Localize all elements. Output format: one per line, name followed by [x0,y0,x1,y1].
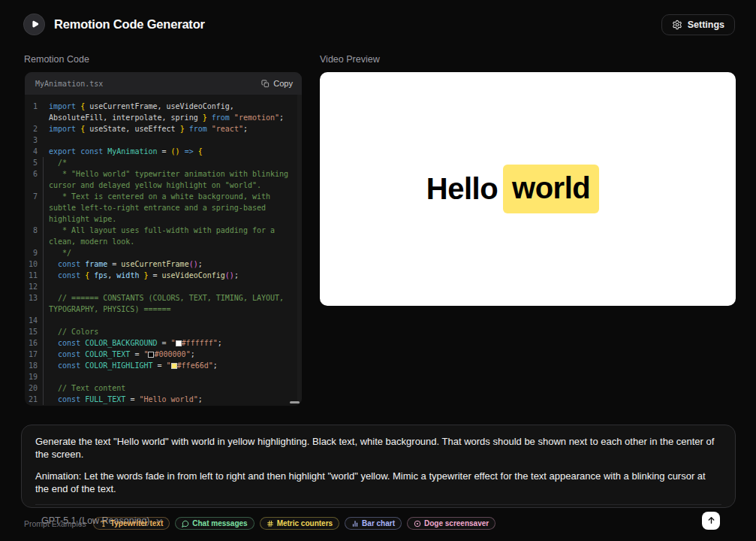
preview-plain-word: Hello [426,172,498,206]
code-line: 12 [25,281,302,292]
code-line: 18 const COLOR_HIGHLIGHT = "#ffe66d"; [25,360,302,371]
code-line: 1import { useCurrentFrame, useVideoConfi… [25,101,302,123]
example-pill-chat-messages[interactable]: Chat messages [175,517,254,530]
prompt-paragraph-2: Animation: Let the words fade in from le… [35,470,721,495]
code-line: 14 [25,315,302,326]
remotion-logo-icon [24,14,44,35]
preview-rendered-text: Hello world [426,165,599,213]
send-button[interactable] [702,512,720,530]
copy-button-label: Copy [273,79,293,88]
prompt-examples-label: Prompt Examples [24,519,86,528]
settings-button-label: Settings [688,20,724,30]
code-line: 19 [25,371,302,382]
code-editor-tab-bar: MyAnimation.tsx Copy [25,72,302,95]
example-pill-label: Bar chart [362,519,395,527]
code-line: 15 // Colors [25,326,302,337]
code-section-label: Remotion Code [24,54,89,65]
example-pill-metric-counters[interactable]: Metric counters [260,517,339,530]
example-pill-typewriter-text[interactable]: Typewriter text [93,517,170,530]
code-line: 17 const COLOR_TEXT = "#000000"; [25,349,302,360]
settings-button[interactable]: Settings [661,14,735,35]
prompt-box: Generate the text "Hello world" with wor… [21,425,736,508]
example-pill-label: Typewriter text [110,519,163,527]
code-line: 21 const FULL_TEXT = "Hello world"; [25,394,302,405]
prompt-paragraph-1: Generate the text "Hello world" with wor… [35,435,721,461]
code-line: 13 // ====== CONSTANTS (COLORS, TEXT, TI… [25,292,302,315]
video-preview-frame: Hello world [320,72,736,306]
hash-icon [267,520,274,527]
example-pill-doge-screensaver[interactable]: Doge screensaver [407,517,495,530]
header: Remotion Code Generator Settings [0,0,756,48]
app-window: Remotion Code Generator Settings Remotio… [0,0,756,541]
code-line: 6 * "Hello world" typewriter animation w… [25,168,302,191]
prompt-input[interactable]: Generate the text "Hello world" with wor… [35,435,721,495]
color-swatch [171,363,177,369]
code-line: 9 */ [25,247,302,258]
code-line: 20 // Text content [25,382,302,394]
copy-icon [261,80,270,88]
code-line: 2import { useState, useEffect } from "re… [25,123,302,134]
arrow-up-icon [706,515,716,525]
prompt-examples-row: Prompt Examples Typewriter text Chat mes… [24,517,495,530]
color-swatch [176,340,182,346]
code-lines: 1import { useCurrentFrame, useVideoConfi… [25,101,302,405]
code-editor-panel: MyAnimation.tsx Copy 1import { useCurren… [25,72,302,406]
code-line: 11 const { fps, width } = useVideoConfig… [25,270,302,281]
preview-highlight: world [503,165,599,213]
type-icon [100,520,107,527]
example-pill-label: Chat messages [192,519,247,527]
preview-section-label: Video Preview [320,54,380,65]
code-editor-content[interactable]: 1import { useCurrentFrame, useVideoConfi… [25,95,302,406]
code-line: 5 /* [25,157,302,168]
page-title: Remotion Code Generator [54,17,205,32]
code-line: 10 const frame = useCurrentFrame(); [25,258,302,270]
code-line: 7 * Text is centered on a white backgrou… [25,191,302,225]
code-line: 3 [25,134,302,146]
code-scrollbar-track[interactable] [297,95,302,406]
copy-button[interactable]: Copy [261,79,293,88]
bar-chart-icon [351,520,359,527]
circle-dot-icon [414,520,421,527]
example-pill-bar-chart[interactable]: Bar chart [345,517,402,530]
play-triangle-icon [29,19,40,30]
code-line: 8 * All layout uses full-width with padd… [25,225,302,247]
code-scrollbar-thumb[interactable] [290,401,300,403]
gear-icon [672,20,682,30]
example-pill-label: Doge screensaver [424,519,489,527]
code-line: 4export const MyAnimation = () => { [25,146,302,157]
code-filename: MyAnimation.tsx [35,80,103,88]
code-line: 16 const COLOR_BACKGROUND = "#ffffff"; [25,337,302,349]
example-pill-label: Metric counters [277,519,333,527]
chat-bubble-icon [182,520,189,527]
